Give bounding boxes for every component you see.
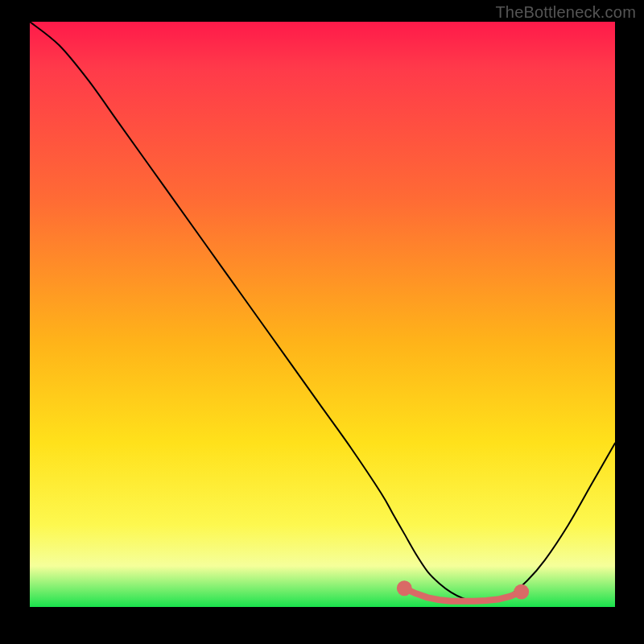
highlight-stroke bbox=[404, 588, 521, 601]
highlight-end-dot bbox=[514, 584, 529, 600]
chart-frame: TheBottleneck.com bbox=[0, 0, 644, 644]
bottleneck-curve bbox=[30, 22, 615, 601]
highlight-zone bbox=[397, 580, 529, 601]
highlight-end-dot bbox=[397, 580, 412, 596]
watermark-text: TheBottleneck.com bbox=[495, 3, 636, 22]
plot-area bbox=[30, 22, 615, 607]
curve-layer bbox=[30, 22, 615, 607]
